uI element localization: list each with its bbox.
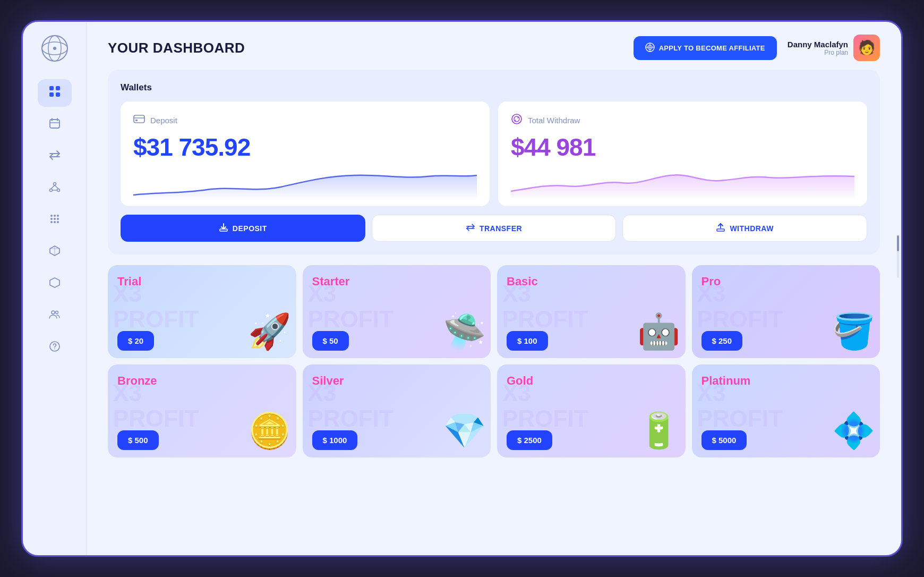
- plan-price-btn-gold[interactable]: $ 2500: [507, 430, 552, 450]
- sidebar-item-team[interactable]: [38, 302, 72, 330]
- user-plan: Pro plan: [788, 49, 848, 56]
- plan-name-pro: Pro: [701, 275, 871, 288]
- plan-price-btn-trial[interactable]: $ 20: [117, 331, 154, 351]
- plan-name-trial: Trial: [117, 275, 287, 288]
- sidebar-item-dashboard[interactable]: [38, 79, 72, 107]
- deposit-btn-label: DEPOSIT: [233, 224, 267, 233]
- transfer-icon: [49, 149, 61, 164]
- plan-3d-image-basic: 🤖: [630, 302, 686, 358]
- svg-rect-42: [135, 120, 138, 121]
- plan-price-btn-pro[interactable]: $ 250: [701, 331, 743, 351]
- svg-point-12: [53, 183, 56, 185]
- header-right: APPLY TO BECOME AFFILIATE Danny Maclafyn…: [634, 35, 880, 61]
- plan-bg-text: X3PROFIT: [502, 281, 588, 333]
- plan-name-gold: Gold: [507, 374, 676, 388]
- plan-bg-text: X3PROFIT: [502, 380, 588, 432]
- sidebar-item-apps[interactable]: [38, 207, 72, 234]
- plan-name-basic: Basic: [507, 275, 676, 288]
- withdraw-amount: $44 981: [511, 133, 854, 162]
- affiliate-button[interactable]: APPLY TO BECOME AFFILIATE: [634, 36, 777, 60]
- sidebar-item-calendar[interactable]: [38, 111, 72, 139]
- svg-point-18: [50, 215, 53, 217]
- deposit-btn-icon: [219, 223, 228, 234]
- sidebar-item-hex[interactable]: [38, 270, 72, 298]
- plan-card-pro[interactable]: Pro X3PROFIT $ 250 🪣: [692, 265, 880, 358]
- sidebar-item-nodes[interactable]: [38, 175, 72, 202]
- user-name: Danny Maclafyn: [788, 40, 848, 49]
- help-icon: [49, 341, 61, 355]
- withdraw-label: Total Withdraw: [528, 116, 580, 125]
- transfer-btn-icon: [466, 223, 475, 234]
- deposit-label: Deposit: [150, 116, 177, 125]
- withdraw-button[interactable]: WITHDRAW: [622, 215, 867, 242]
- plan-price-btn-bronze[interactable]: $ 500: [117, 430, 159, 450]
- plan-price-btn-platinum[interactable]: $ 5000: [701, 430, 747, 450]
- plan-bg-text: X3PROFIT: [697, 281, 783, 333]
- plan-bg-text: X3PROFIT: [308, 281, 393, 333]
- svg-text:🧑: 🧑: [858, 39, 876, 56]
- svg-rect-4: [49, 86, 54, 90]
- app-logo[interactable]: [41, 35, 69, 62]
- svg-point-3: [53, 47, 56, 50]
- plan-3d-image-gold: 🔋: [630, 402, 686, 457]
- plan-bg-text: X3PROFIT: [113, 281, 199, 333]
- withdraw-card: Total Withdraw $44 981: [498, 101, 867, 206]
- svg-point-24: [50, 221, 53, 223]
- plan-3d-image-starter: 🛸: [435, 302, 491, 358]
- plan-price-btn-starter[interactable]: $ 50: [312, 331, 349, 351]
- svg-point-19: [54, 215, 56, 217]
- affiliate-btn-label: APPLY TO BECOME AFFILIATE: [659, 44, 765, 52]
- plan-card-platinum[interactable]: Platinum X3PROFIT $ 5000 💠: [692, 364, 880, 457]
- svg-point-31: [55, 311, 58, 314]
- svg-point-13: [49, 189, 52, 192]
- transfer-button[interactable]: TRANSFER: [372, 215, 617, 242]
- wallets-title: Wallets: [121, 82, 867, 93]
- plan-card-gold[interactable]: Gold X3PROFIT $ 2500 🔋: [497, 364, 686, 457]
- plan-3d-image-silver: 💎: [435, 402, 491, 457]
- plan-price-btn-basic[interactable]: $ 100: [507, 331, 548, 351]
- svg-point-26: [57, 221, 59, 223]
- svg-point-33: [54, 349, 55, 350]
- calendar-icon: [49, 117, 61, 132]
- deposit-chart: [133, 166, 477, 198]
- team-icon: [49, 309, 61, 324]
- deposit-card: Deposit $31 735.92: [121, 101, 490, 206]
- svg-point-25: [54, 221, 56, 223]
- withdraw-btn-label: WITHDRAW: [730, 224, 774, 233]
- plan-card-silver[interactable]: Silver X3PROFIT $ 1000 💎: [303, 364, 491, 457]
- svg-rect-8: [50, 120, 59, 128]
- sidebar-item-help[interactable]: [38, 334, 72, 362]
- svg-rect-5: [56, 86, 60, 90]
- wallets-section: Wallets Deposit: [108, 70, 880, 254]
- plan-card-starter[interactable]: Starter X3PROFIT $ 50 🛸: [303, 265, 491, 358]
- plan-card-trial[interactable]: Trial X3PROFIT $ 20 🚀: [108, 265, 296, 358]
- svg-point-22: [54, 218, 56, 220]
- plan-price-btn-silver[interactable]: $ 1000: [312, 430, 358, 450]
- plan-bg-text: X3PROFIT: [113, 380, 199, 432]
- deposit-amount: $31 735.92: [133, 133, 477, 162]
- user-text: Danny Maclafyn Pro plan: [788, 40, 848, 56]
- svg-line-16: [55, 185, 58, 189]
- withdraw-icon: [511, 113, 523, 128]
- plan-card-bronze[interactable]: Bronze X3PROFIT $ 500 🪙: [108, 364, 296, 457]
- svg-point-14: [57, 189, 59, 192]
- sidebar-item-cube[interactable]: [38, 239, 72, 266]
- sidebar-item-transfer[interactable]: [38, 143, 72, 171]
- plan-3d-image-bronze: 🪙: [241, 402, 296, 457]
- transfer-btn-label: TRANSFER: [480, 224, 522, 233]
- scroll-thumb[interactable]: [897, 235, 899, 251]
- avatar[interactable]: 🧑: [853, 35, 880, 61]
- deposit-button[interactable]: DEPOSIT: [121, 215, 365, 242]
- user-info: Danny Maclafyn Pro plan: [788, 35, 880, 61]
- plan-bg-text: X3PROFIT: [697, 380, 783, 432]
- plan-name-starter: Starter: [312, 275, 482, 288]
- plan-3d-image-pro: 🪣: [824, 302, 880, 358]
- scrollbar[interactable]: [897, 235, 899, 278]
- action-buttons: DEPOSIT TRANSFER: [121, 215, 867, 242]
- svg-point-30: [52, 311, 55, 314]
- plan-card-basic[interactable]: Basic X3PROFIT $ 100 🤖: [497, 265, 686, 358]
- plan-name-silver: Silver: [312, 374, 482, 388]
- hex-icon: [49, 277, 61, 292]
- device-frame: YOUR DASHBOARD APPLY TO BECOME AFFILIATE: [21, 20, 903, 557]
- svg-rect-49: [717, 229, 724, 231]
